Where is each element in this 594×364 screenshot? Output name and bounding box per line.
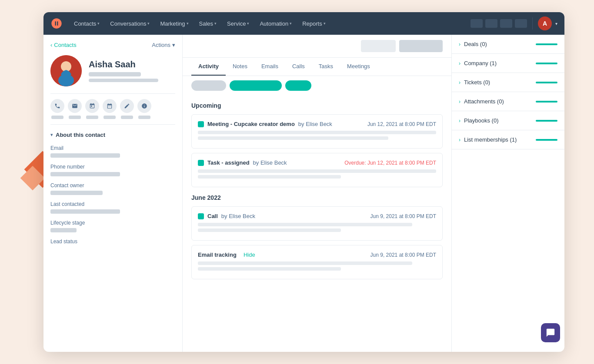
breadcrumb-label: Contacts (54, 42, 76, 48)
actions-button[interactable]: Actions ▾ (152, 42, 175, 48)
tickets-left: › Tickets (0) (459, 79, 490, 86)
action-item-3 (85, 99, 99, 119)
owner-field-group: Contact owner (50, 182, 175, 195)
email-tracking-title: Email tracking Hide (198, 251, 255, 258)
nav-sales[interactable]: Sales ▾ (195, 18, 221, 30)
avatar-chevron: ▾ (555, 21, 557, 26)
filter-pill-3[interactable] (285, 80, 311, 91)
filter-pill-2[interactable] (230, 80, 282, 91)
contact-subtitle-1 (89, 72, 141, 76)
call-line-2 (198, 228, 341, 232)
action-icon-5[interactable] (120, 99, 134, 113)
filter-pill-1[interactable] (191, 80, 226, 91)
tab-tasks[interactable]: Tasks (312, 58, 340, 76)
deals-section[interactable]: › Deals (0) (452, 35, 564, 54)
about-chevron-icon: ▾ (50, 132, 53, 138)
nav-icon-4[interactable] (515, 19, 527, 28)
call-card-title: Call by Elise Beck (198, 213, 255, 219)
nav-conversations[interactable]: Conversations ▾ (106, 18, 154, 30)
meeting-line-2 (198, 136, 388, 140)
playbooks-label: Playbooks (0) (464, 117, 498, 124)
nav-automation[interactable]: Automation ▾ (255, 18, 296, 30)
action-label-1 (51, 116, 63, 119)
top-btn-2[interactable] (399, 40, 443, 52)
action-icon-1[interactable] (50, 99, 64, 113)
task-card-title: Task - assigned by Elise Beck (198, 159, 287, 166)
task-title-by: by Elise Beck (253, 159, 287, 166)
tab-notes[interactable]: Notes (226, 58, 254, 76)
action-item-4 (103, 99, 117, 119)
email-line-2 (198, 267, 341, 271)
action-icon-4[interactable] (103, 99, 117, 113)
attachments-chevron-icon: › (459, 99, 461, 105)
automation-chevron: ▾ (290, 21, 292, 26)
chat-widget[interactable] (541, 323, 560, 342)
playbooks-section[interactable]: › Playbooks (0) (452, 111, 564, 130)
user-avatar[interactable]: A (538, 17, 552, 30)
top-nav: Contacts ▾ Conversations ▾ Marketing ▾ S… (43, 12, 564, 35)
actions-chevron-icon: ▾ (172, 42, 175, 48)
marketing-chevron: ▾ (187, 21, 189, 26)
about-header[interactable]: ▾ About this contact (50, 132, 175, 138)
call-title-bold: Call (207, 213, 218, 219)
nav-icon-1[interactable] (471, 19, 483, 28)
nav-reports[interactable]: Reports ▾ (298, 18, 330, 30)
last-contacted-label: Last contacted (50, 201, 175, 207)
filter-bar (183, 76, 451, 95)
lifecycle-value (50, 228, 77, 232)
back-to-contacts[interactable]: ‹ Contacts (50, 42, 77, 48)
center-panel: Activity Notes Emails Calls Tasks Meetin… (183, 35, 451, 352)
phone-label: Phone number (50, 164, 175, 170)
phone-value (50, 172, 120, 176)
meeting-card-title: Meeting - Cupcake creator demo by Elise … (198, 121, 332, 127)
email-tracking-date: Jun 9, 2021 at 8:00 PM EDT (370, 252, 436, 258)
main-content: ‹ Contacts Actions ▾ (43, 35, 564, 352)
contacts-chevron: ▾ (97, 21, 100, 26)
nav-icon-2[interactable] (485, 19, 497, 28)
nav-icon-3[interactable] (500, 19, 512, 28)
action-label-2 (69, 116, 81, 119)
browser-window: Contacts ▾ Conversations ▾ Marketing ▾ S… (43, 12, 564, 352)
list-memberships-label: List memberships (1) (464, 136, 517, 143)
email-tracking-hide[interactable]: Hide (244, 251, 255, 258)
tab-calls[interactable]: Calls (285, 58, 312, 76)
tab-activity[interactable]: Activity (191, 58, 226, 76)
list-memberships-bar (536, 139, 557, 141)
meeting-card-header: Meeting - Cupcake creator demo by Elise … (198, 121, 436, 127)
email-value (50, 153, 120, 158)
center-top-bar (183, 35, 451, 58)
service-chevron: ▾ (247, 21, 249, 26)
tab-meetings[interactable]: Meetings (340, 58, 377, 76)
sales-chevron: ▾ (214, 21, 217, 26)
action-icon-3[interactable] (85, 99, 99, 113)
top-btn-1[interactable] (361, 40, 396, 52)
tickets-section[interactable]: › Tickets (0) (452, 73, 564, 92)
june-section: June 2022 Call by Elise Beck Jun 9, 2021… (191, 194, 443, 279)
about-header-text: About this contact (56, 132, 105, 138)
deals-left: › Deals (0) (459, 41, 487, 47)
lifecycle-field-group: Lifecycle stage (50, 220, 175, 232)
hubspot-logo[interactable] (50, 17, 63, 30)
nav-service[interactable]: Service ▾ (223, 18, 254, 30)
attachments-section[interactable]: › Attachments (0) (452, 92, 564, 111)
company-section[interactable]: › Company (1) (452, 54, 564, 73)
nav-contacts[interactable]: Contacts ▾ (70, 18, 104, 30)
action-icon-2[interactable] (68, 99, 82, 113)
list-memberships-section[interactable]: › List memberships (1) (452, 130, 564, 149)
contact-info: Aisha Saah (89, 60, 158, 82)
action-icon-6[interactable] (137, 99, 151, 113)
company-left: › Company (1) (459, 60, 497, 66)
nav-marketing[interactable]: Marketing ▾ (156, 18, 193, 30)
tab-emails[interactable]: Emails (254, 58, 285, 76)
playbooks-chevron-icon: › (459, 118, 461, 124)
tickets-chevron-icon: › (459, 79, 461, 86)
owner-value (50, 191, 103, 195)
contact-profile: Aisha Saah (50, 55, 175, 86)
playbooks-left: › Playbooks (0) (459, 117, 498, 124)
call-line-1 (198, 223, 412, 226)
email-tracking-card: Email tracking Hide Jun 9, 2021 at 8:00 … (191, 245, 443, 279)
playbooks-bar (536, 120, 557, 122)
reports-chevron: ▾ (324, 21, 326, 26)
nav-divider (532, 17, 533, 30)
call-date: Jun 9, 2021 at 8:00 PM EDT (370, 213, 436, 219)
